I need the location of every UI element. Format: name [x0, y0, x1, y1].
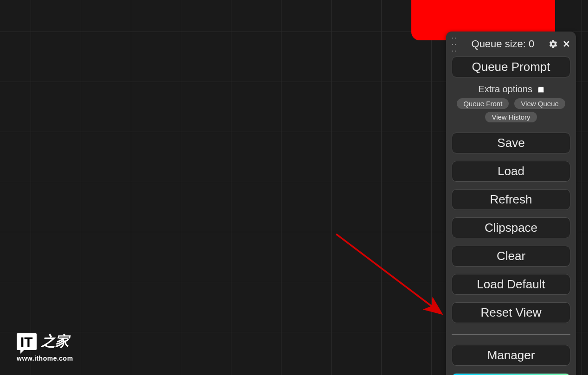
control-panel: ∙∙∙∙∙∙ Queue size: 0 ✕ Queue Prompt Extr…: [446, 32, 576, 375]
view-history-button[interactable]: View History: [485, 112, 537, 122]
load-button[interactable]: Load: [452, 161, 570, 182]
queue-prompt-button[interactable]: Queue Prompt: [452, 57, 570, 77]
queue-size-label: Queue size: 0: [462, 38, 544, 50]
manager-button[interactable]: Manager: [452, 345, 570, 366]
watermark-it: IT: [17, 333, 37, 350]
gear-icon[interactable]: [549, 39, 558, 49]
save-button[interactable]: Save: [452, 133, 570, 153]
secondary-actions: Queue Front View Queue: [452, 98, 570, 109]
view-queue-button[interactable]: View Queue: [514, 98, 565, 109]
extra-options-label: Extra options: [478, 84, 532, 94]
secondary-actions-2: View History: [452, 112, 570, 122]
annotation-arrow: [334, 232, 450, 324]
share-button[interactable]: Share: [452, 373, 570, 375]
main-actions: Save Load Refresh Clipspace Clear Load D…: [452, 128, 570, 323]
svg-line-0: [336, 234, 441, 313]
extra-options-row: Extra options: [452, 84, 570, 95]
drag-handle-icon[interactable]: ∙∙∙∙∙∙: [452, 34, 457, 54]
separator: [452, 334, 570, 335]
close-icon[interactable]: ✕: [562, 39, 570, 49]
watermark-cn: 之家: [41, 333, 69, 349]
reset-view-button[interactable]: Reset View: [452, 302, 570, 323]
watermark: IT 之家 www.ithome.com: [17, 333, 73, 362]
queue-front-button[interactable]: Queue Front: [457, 98, 509, 109]
extra-options-checkbox[interactable]: [538, 87, 544, 93]
refresh-button[interactable]: Refresh: [452, 189, 570, 210]
load-default-button[interactable]: Load Default: [452, 274, 570, 295]
clipspace-button[interactable]: Clipspace: [452, 217, 570, 238]
manager-actions: Manager Share: [452, 340, 570, 375]
panel-header: ∙∙∙∙∙∙ Queue size: 0 ✕: [452, 36, 570, 52]
clear-button[interactable]: Clear: [452, 246, 570, 267]
watermark-url: www.ithome.com: [17, 355, 73, 362]
